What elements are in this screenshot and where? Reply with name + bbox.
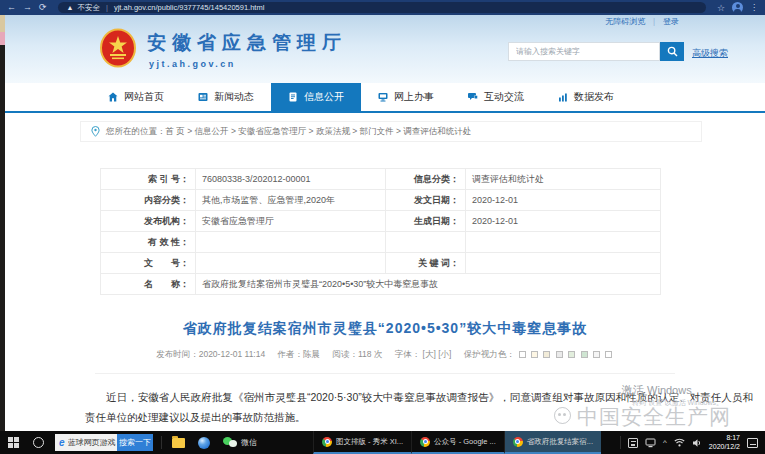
meta-label: 发文日期： [386,190,466,211]
browser-menu-icon[interactable]: ⋮ [750,3,758,12]
taskbar-separator [161,436,162,449]
publish-time-label: 发布时间： [156,349,199,359]
breadcrumb-text: 您所在的位置：首 页 > 信息公开 > 安徽省应急管理厅 > 政策法规 > 部门… [106,126,471,138]
article-meta-line: 发布时间：2020-12-01 11:14 作者：陈晨 阅读：118 次 字体：… [65,349,705,361]
nav-item-interaction[interactable]: 互动交流 [451,83,541,111]
nav-label: 互动交流 [484,90,524,104]
eye-color-swatch[interactable] [581,351,588,358]
edge-strip-tan-segment [0,15,5,32]
home-icon [108,92,118,102]
nav-item-online-services[interactable]: 网上办事 [361,83,451,111]
windows-taskbar: e 蓝球网页游戏 搜索一下 微信 图文排版 - 秀米 XI... 公众号 - G… [0,431,765,454]
activate-windows-watermark: 激活 Windows [622,383,692,398]
nav-label: 数据发布 [574,90,614,104]
eye-color-swatch[interactable] [593,351,600,358]
volume-icon[interactable] [692,438,702,448]
running-tasks: 图文排版 - 秀米 XI... 公众号 - Google ... 省政府批复结案… [313,431,601,454]
meta-label: 信息分类： [386,169,466,190]
meta-value: 调查评估和统计处 [466,169,661,190]
eye-color-swatch[interactable] [543,351,550,358]
meta-label: 名 称： [101,274,196,295]
file-explorer-icon[interactable] [172,438,185,448]
eye-color-swatch[interactable] [605,351,612,358]
nav-item-info-disclosure[interactable]: 信息公开 [271,83,361,111]
back-icon[interactable]: ← [7,3,16,12]
chrome-icon [322,437,332,447]
table-row: 有 效 性： [101,232,661,253]
site-title: 安徽省应急管理厅 [147,30,347,56]
meta-value: 其他,市场监管、应急管理,2020年 [196,190,386,211]
search-input[interactable] [508,42,660,61]
cortana-icon[interactable] [33,437,44,448]
meta-value: 76080338-3/202012-00001 [196,169,386,190]
reload-icon[interactable]: ⟳ [39,3,47,12]
top-utility-links: 无障碍浏览 ｜ 登录 [605,16,679,27]
browser-profile-avatar[interactable] [732,2,743,13]
eye-color-swatch[interactable] [531,351,538,358]
ime-tray-icon[interactable] [628,438,638,448]
breadcrumb[interactable]: 您所在的位置：首 页 > 信息公开 > 安徽省应急管理厅 > 政策法规 > 部门… [80,121,702,142]
eye-color-swatch[interactable] [519,351,526,358]
chrome-task-google[interactable]: 公众号 - Google ... [411,431,504,454]
ie-icon: e [59,437,65,448]
advanced-search-link[interactable]: 高级搜索 [692,47,728,60]
eye-color-swatch[interactable] [568,351,575,358]
accessibility-link[interactable]: 无障碍浏览 [605,16,645,27]
task-title: 图文排版 - 秀米 XI... [336,437,403,447]
meta-value: 2020-12-01 [466,211,661,232]
meta-label: 关 键 词： [386,253,466,274]
chrome-task-active-article[interactable]: 省政府批复结案宿... [504,431,601,454]
main-navigation: 网站首页 新闻动态 信息公开 网上办事 互动交流 数据发布 [5,83,765,113]
site-header-band: 无障碍浏览 ｜ 登录 安徽省应急管理厅 yjt.ah.gov.cn 高级搜索 [5,15,765,83]
taskbar-search-box[interactable]: e 蓝球网页游戏 搜索一下 [55,434,153,451]
chat-icon [468,92,478,102]
clock-time: 8:17 [709,434,740,443]
meta-divider [95,373,675,374]
font-size-label: 字体： [395,349,421,359]
nav-item-home[interactable]: 网站首页 [91,83,181,111]
address-bar[interactable]: ▲ 不安全 | yjt.ah.gov.cn/public/9377745/145… [58,2,706,13]
forward-icon[interactable]: → [23,3,32,12]
nav-item-news[interactable]: 新闻动态 [181,83,271,111]
safety-site-watermark-logo [554,407,571,424]
meta-value: 安徽省应急管理厅 [196,211,386,232]
task-title: 公众号 - Google ... [434,437,496,447]
table-row: 文 号： 关 键 词： [101,253,661,274]
action-center-icon[interactable] [747,438,758,448]
chrome-task-xiumi[interactable]: 图文排版 - 秀米 XI... [313,431,411,454]
bookmark-star-icon[interactable]: ☆ [717,3,725,13]
chart-icon [558,92,568,102]
font-small-button[interactable]: [小] [438,349,451,359]
meta-value [466,253,661,274]
table-row: 名 称： 省政府批复结案宿州市灵璧县“2020•5•30”较大中毒窒息事故 [101,274,661,295]
nav-item-data-release[interactable]: 数据发布 [541,83,631,111]
meta-label: 有 效 性： [101,232,196,253]
font-large-button[interactable]: [大] [423,349,436,359]
url-text: yjt.ah.gov.cn/public/9377745/145420591.h… [114,3,264,12]
nav-label: 网站首页 [124,90,164,104]
search-button[interactable] [660,42,684,61]
meta-label: 内容分类： [101,190,196,211]
google-earth-icon[interactable] [198,437,210,449]
table-row: 内容分类： 其他,市场监管、应急管理,2020年 发文日期： 2020-12-0… [101,190,661,211]
address-separator: | [106,3,108,12]
chrome-icon [420,437,430,447]
system-tray: ^ 8:17 2020/12/2 [620,434,765,452]
tray-expand-chevron-icon[interactable]: ^ [663,439,667,447]
wifi-icon[interactable] [674,438,685,447]
nav-label: 网上办事 [394,90,434,104]
news-icon [198,92,208,102]
clock-date: 2020/12/2 [709,443,740,452]
start-button-icon[interactable] [8,437,19,448]
eye-color-swatch[interactable] [556,351,563,358]
author-value: 陈晨 [303,349,320,359]
taskbar-search-button[interactable]: 搜索一下 [117,434,153,451]
meta-label: 生成日期： [386,211,466,232]
table-row: 索 引 号： 76080338-3/202012-00001 信息分类： 调查评… [101,169,661,190]
desktop-tray-icon[interactable] [645,438,656,448]
taskbar-clock[interactable]: 8:17 2020/12/2 [709,434,740,452]
login-link[interactable]: 登录 [663,16,679,27]
nav-label: 新闻动态 [214,90,254,104]
wechat-taskbar-item[interactable]: 微信 [223,437,257,448]
publish-time-value: 2020-12-01 11:14 [199,349,265,359]
